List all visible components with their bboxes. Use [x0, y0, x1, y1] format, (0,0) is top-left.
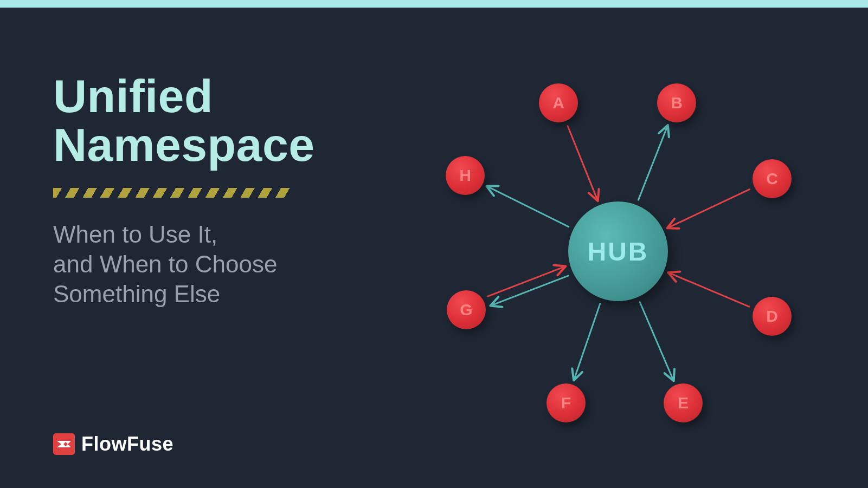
node-a: A [539, 83, 578, 122]
node-b: B [657, 83, 696, 122]
title-line-2: Namespace [53, 119, 315, 171]
subtitle-line-1: When to Use It, [53, 221, 217, 248]
node-label-h: H [459, 166, 471, 185]
node-f: F [546, 383, 586, 422]
node-label-d: D [766, 307, 778, 326]
subtitle-line-2: and When to Choose [53, 251, 277, 277]
svg-line-2 [668, 190, 749, 228]
brand-logo: FlowFuse [53, 433, 173, 456]
node-label-c: C [766, 170, 778, 188]
node-e: E [664, 383, 703, 422]
hub-spoke-diagram: HUB ABCDEFGH [423, 51, 813, 452]
svg-line-8 [487, 186, 568, 226]
brand-name: FlowFuse [81, 433, 173, 456]
hazard-divider [53, 188, 292, 198]
svg-line-0 [568, 126, 597, 200]
svg-line-1 [638, 126, 667, 200]
flowfuse-icon [56, 436, 72, 452]
title-line-1: Unified [53, 70, 213, 122]
hub-node: HUB [568, 201, 668, 301]
subtitle-line-3: Something Else [53, 281, 220, 307]
brand-mark-icon [53, 433, 75, 455]
hub-label: HUB [588, 237, 649, 266]
accent-top-bar [0, 0, 868, 8]
node-label-a: A [552, 94, 564, 112]
node-h: H [446, 156, 485, 195]
main-title: Unified Namespace [53, 71, 357, 170]
node-c: C [753, 159, 792, 198]
svg-line-5 [574, 303, 600, 379]
node-label-b: B [671, 94, 683, 112]
text-column: Unified Namespace When to Use It, and Wh… [53, 71, 357, 309]
node-label-e: E [678, 394, 689, 412]
node-label-g: G [460, 301, 472, 319]
page: Unified Namespace When to Use It, and Wh… [0, 8, 868, 488]
node-label-f: F [561, 394, 571, 412]
node-g: G [447, 290, 486, 329]
subtitle: When to Use It, and When to Choose Somet… [53, 219, 357, 309]
node-d: D [753, 297, 792, 336]
svg-line-3 [669, 273, 749, 307]
svg-line-4 [640, 302, 673, 380]
